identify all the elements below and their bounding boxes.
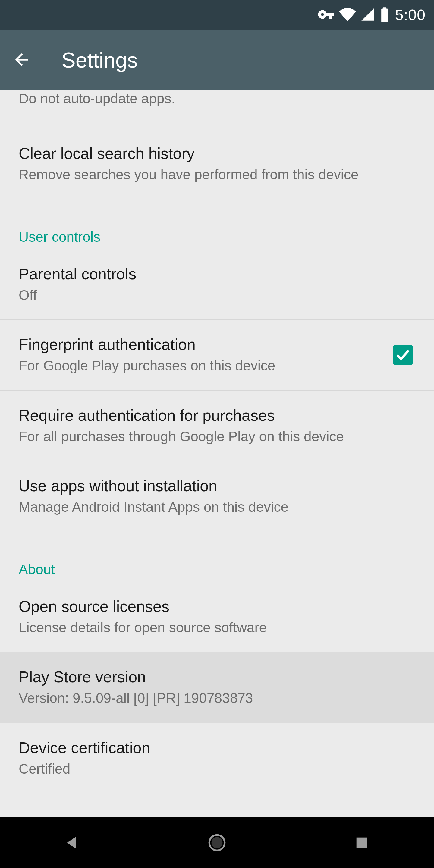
svg-rect-2 <box>356 838 367 848</box>
setting-title: Open source licenses <box>19 597 415 615</box>
status-icons <box>317 6 390 24</box>
auto-update-subtitle: Do not auto-update apps. <box>0 90 434 120</box>
status-time: 5:00 <box>395 6 426 24</box>
nav-recent-icon <box>354 835 370 850</box>
clear-search-history-row[interactable]: Clear local search history Remove search… <box>0 120 434 208</box>
setting-subtitle: Version: 9.5.09-all [0] [PR] 190783873 <box>19 689 415 707</box>
page-title: Settings <box>61 48 138 72</box>
open-source-licenses-row[interactable]: Open source licenses License details for… <box>0 582 434 652</box>
fingerprint-auth-row[interactable]: Fingerprint authentication For Google Pl… <box>0 320 434 391</box>
section-header-about: About <box>0 540 434 582</box>
parental-controls-row[interactable]: Parental controls Off <box>0 249 434 320</box>
back-button[interactable] <box>12 50 31 70</box>
setting-title: Clear local search history <box>19 144 415 162</box>
setting-subtitle: For all purchases through Google Play on… <box>19 428 415 445</box>
nav-home-button[interactable] <box>204 829 230 856</box>
setting-title: Device certification <box>19 739 415 757</box>
navigation-bar <box>0 817 434 868</box>
nav-home-icon <box>207 832 227 853</box>
settings-list: Do not auto-update apps. Clear local sea… <box>0 90 434 793</box>
setting-subtitle: Off <box>19 287 415 304</box>
setting-subtitle: For Google Play purchases on this device <box>19 357 381 375</box>
checkmark-icon <box>396 347 410 363</box>
device-certification-row[interactable]: Device certification Certified <box>0 723 434 794</box>
require-auth-row[interactable]: Require authentication for purchases For… <box>0 391 434 461</box>
wifi-icon <box>339 6 356 24</box>
setting-title: Require authentication for purchases <box>19 406 415 424</box>
instant-apps-row[interactable]: Use apps without installation Manage And… <box>0 461 434 540</box>
section-header-user-controls: User controls <box>0 208 434 249</box>
nav-recent-button[interactable] <box>348 829 375 856</box>
setting-subtitle: Manage Android Instant Apps on this devi… <box>19 498 415 516</box>
battery-icon <box>379 7 390 24</box>
setting-title: Parental controls <box>19 265 415 283</box>
svg-point-1 <box>212 837 223 848</box>
fingerprint-checkbox[interactable] <box>393 345 413 365</box>
setting-title: Fingerprint authentication <box>19 336 381 353</box>
setting-title: Play Store version <box>19 668 415 686</box>
cell-signal-icon <box>360 7 375 23</box>
setting-title: Use apps without installation <box>19 477 415 495</box>
vpn-key-icon <box>317 6 335 24</box>
setting-subtitle: Certified <box>19 761 415 778</box>
nav-back-button[interactable] <box>59 829 86 856</box>
setting-subtitle: Remove searches you have performed from … <box>19 166 415 184</box>
app-bar: Settings <box>0 30 434 90</box>
play-store-version-row[interactable]: Play Store version Version: 9.5.09-all [… <box>0 652 434 723</box>
nav-back-icon <box>63 834 82 852</box>
status-bar: 5:00 <box>0 0 434 30</box>
setting-subtitle: License details for open source software <box>19 619 415 637</box>
